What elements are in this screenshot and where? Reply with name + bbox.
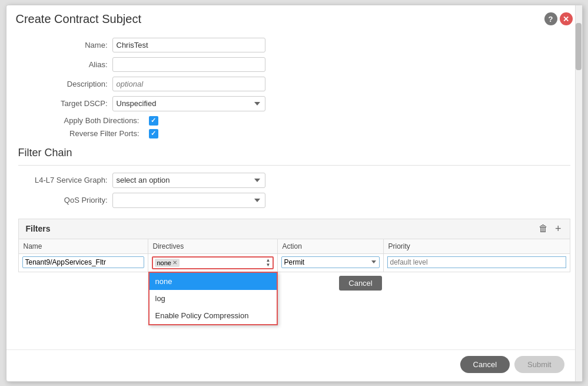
description-row: Description: bbox=[18, 77, 570, 91]
header-icons: ? ✕ bbox=[544, 12, 573, 25]
directive-tag-value: none bbox=[157, 259, 171, 266]
dialog-title: Create Contract Subject bbox=[16, 12, 141, 26]
description-label: Description: bbox=[18, 80, 112, 88]
reverse-filter-label: Reverse Filter Ports: bbox=[39, 129, 144, 138]
qos-row: QoS Priority: bbox=[18, 193, 570, 208]
filters-section: Filters 🗑 + Name Directives Action Prior… bbox=[18, 219, 570, 291]
directives-text-input[interactable] bbox=[181, 259, 198, 267]
filters-header-actions: 🗑 + bbox=[537, 223, 563, 235]
dropdown-item-none[interactable]: none bbox=[150, 273, 277, 290]
inline-cancel-area: Cancel bbox=[18, 272, 570, 291]
target-dscp-select[interactable]: Unspecified bbox=[112, 96, 265, 111]
l4l7-select[interactable]: select an option bbox=[112, 173, 265, 188]
reverse-filter-checkbox[interactable] bbox=[149, 129, 158, 138]
dropdown-item-enable-policy-compression[interactable]: Enable Policy Compression bbox=[150, 307, 277, 324]
reverse-filter-row: Reverse Filter Ports: bbox=[39, 129, 570, 138]
name-label: Name: bbox=[18, 41, 112, 50]
qos-select[interactable] bbox=[112, 193, 265, 208]
alias-input[interactable] bbox=[112, 57, 265, 72]
directives-spinner[interactable]: ▲ ▼ bbox=[266, 258, 271, 268]
filters-header: Filters 🗑 + bbox=[18, 219, 570, 239]
dialog-header: Create Contract Subject ? ✕ bbox=[6, 5, 582, 31]
name-row: Name: bbox=[18, 38, 570, 52]
directives-dropdown: none log Enable Policy Compression bbox=[148, 272, 278, 325]
dropdown-item-log[interactable]: log bbox=[150, 290, 277, 307]
alias-label: Alias: bbox=[18, 60, 112, 69]
close-button[interactable]: ✕ bbox=[560, 12, 573, 25]
dialog-footer: Cancel Submit bbox=[6, 349, 582, 381]
col-priority-header: Priority bbox=[384, 239, 570, 253]
table-row: none ✕ ▲ ▼ none log Enable Policy Com bbox=[18, 254, 570, 272]
inline-cancel-button[interactable]: Cancel bbox=[339, 276, 381, 291]
directives-input-wrapper: none ✕ ▲ ▼ bbox=[152, 256, 274, 269]
col-directives-header: Directives bbox=[148, 239, 278, 253]
col-name-header: Name bbox=[19, 239, 148, 253]
l4l7-label: L4-L7 Service Graph: bbox=[18, 176, 112, 184]
filter-chain-title: Filter Chain bbox=[18, 147, 570, 159]
action-cell: Permit bbox=[278, 254, 384, 272]
cancel-button[interactable]: Cancel bbox=[460, 356, 510, 373]
apply-both-label: Apply Both Directions: bbox=[39, 116, 144, 125]
scrollbar-thumb[interactable] bbox=[576, 23, 582, 70]
target-dscp-row: Target DSCP: Unspecified bbox=[18, 96, 570, 111]
filters-section-title: Filters bbox=[26, 224, 51, 233]
directive-tag: none ✕ bbox=[155, 259, 180, 267]
scrollbar[interactable] bbox=[575, 5, 582, 381]
l4l7-row: L4-L7 Service Graph: select an option bbox=[18, 173, 570, 188]
filter-name-input[interactable] bbox=[22, 256, 144, 268]
add-filter-button[interactable]: + bbox=[554, 223, 563, 235]
name-input[interactable] bbox=[112, 38, 265, 52]
priority-input[interactable] bbox=[387, 256, 566, 268]
dialog-body: Name: Alias: Description: Target DSCP: U… bbox=[6, 31, 582, 344]
apply-both-row: Apply Both Directions: bbox=[39, 116, 570, 126]
priority-cell bbox=[384, 254, 570, 272]
description-input[interactable] bbox=[112, 77, 265, 91]
qos-label: QoS Priority: bbox=[18, 196, 112, 204]
delete-filter-button[interactable]: 🗑 bbox=[537, 223, 549, 234]
directives-cell: none ✕ ▲ ▼ none log Enable Policy Com bbox=[148, 254, 278, 272]
filter-name-cell bbox=[19, 254, 148, 272]
create-contract-subject-dialog: Create Contract Subject ? ✕ Name: Alias:… bbox=[6, 5, 583, 382]
col-action-header: Action bbox=[278, 239, 384, 253]
filter-chain-divider bbox=[18, 165, 570, 166]
target-dscp-label: Target DSCP: bbox=[18, 99, 112, 108]
alias-row: Alias: bbox=[18, 57, 570, 72]
help-button[interactable]: ? bbox=[544, 12, 557, 25]
submit-button[interactable]: Submit bbox=[514, 356, 564, 373]
action-select[interactable]: Permit bbox=[281, 256, 380, 268]
directive-tag-close[interactable]: ✕ bbox=[172, 259, 177, 266]
table-header: Name Directives Action Priority bbox=[18, 239, 570, 254]
apply-both-checkbox[interactable] bbox=[149, 116, 158, 126]
spinner-down-arrow[interactable]: ▼ bbox=[266, 263, 271, 268]
